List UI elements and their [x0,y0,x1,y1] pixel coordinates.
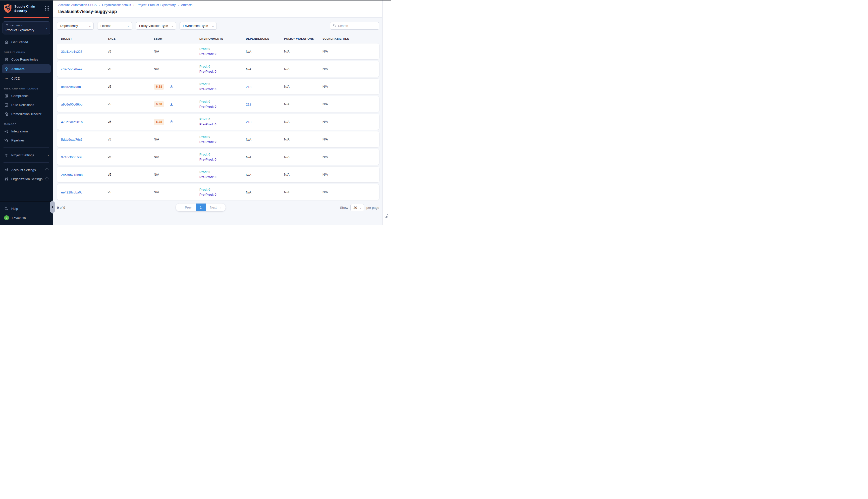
sidebar-item-remediation-tracker[interactable]: Remediation Tracker [0,109,53,118]
dependencies-cell[interactable]: N/A [246,138,251,142]
preprod-env-link[interactable]: Pre-Prod: 0 [199,51,246,57]
preprod-env-link[interactable]: Pre-Prod: 0 [199,87,246,92]
sidebar-item-get-started[interactable]: Get Started [0,37,53,47]
app-switcher-icon[interactable] [45,6,49,11]
download-sbom-icon[interactable] [170,120,174,124]
digest-link[interactable]: 2c5365718e88 [61,173,83,177]
prod-env-link[interactable]: Prod: 0 [199,99,246,104]
breadcrumb-artifacts[interactable]: Artifacts [181,3,193,7]
sidebar-item-rule-definitions[interactable]: Rule Definitions [0,100,53,109]
dependencies-cell[interactable]: 218 [246,102,251,106]
filter-dependency[interactable]: Dependency ⌄ [57,22,94,30]
filter-environment-type[interactable]: Environment Type ⌄ [179,22,217,30]
integrations-nodes-icon [4,129,9,133]
info-circle-icon[interactable] [45,177,49,181]
digest-link[interactable]: 479e2acd981b [61,120,83,124]
digest-link[interactable]: dcdd29b7fafb [61,85,81,89]
download-sbom-icon[interactable] [170,85,174,89]
sbom-value: N/A [154,155,159,159]
tag-cell: v5 [108,173,154,177]
table-row[interactable]: 479e2acd981b v5 6.38 [57,114,379,130]
table-row[interactable]: 9710cf6667c9 v5 N/A [57,149,379,165]
home-icon [4,40,9,44]
sidebar-item-compliance[interactable]: Compliance [0,91,53,100]
policy-violations-cell: N/A [284,67,322,71]
sidebar-item-project-settings[interactable]: Project Settings › [0,150,53,160]
prod-env-link[interactable]: Prod: 0 [199,82,246,87]
preprod-env-link[interactable]: Pre-Prod: 0 [199,104,246,109]
digest-link[interactable]: 9710cf6667c9 [61,155,82,159]
table-row[interactable]: dcdd29b7fafb v5 6.38 [57,78,379,95]
sidebar-item-pipelines[interactable]: Pipelines [0,136,53,145]
preprod-env-link[interactable]: Pre-Prod: 0 [199,192,246,197]
sidebar-collapse-handle[interactable] [50,200,55,214]
sbom-divider [167,83,167,90]
prod-env-link[interactable]: Prod: 0 [199,170,246,175]
page-size-select[interactable]: 20 ⌄ [350,204,364,211]
sidebar: Supply Chain Security PROJECT Product Ex… [0,0,53,224]
prod-env-link[interactable]: Prod: 0 [199,47,246,51]
table-row[interactable]: a9c6e00c66bb v5 6.38 [57,96,379,112]
digest-link[interactable]: ee4218cdba0c [61,191,82,194]
digest-link[interactable]: c69c5b6a8ae2 [61,67,82,71]
sidebar-item-account-settings[interactable]: Account Settings [0,165,53,174]
breadcrumb-project[interactable]: Project: Product Exploratory [137,3,176,7]
pagination-row: 9 of 9 ← Prev 1 Next → Show [57,204,379,211]
preprod-env-link[interactable]: Pre-Prod: 0 [199,175,246,180]
policy-violations-cell: N/A [284,120,322,124]
dependencies-cell[interactable]: N/A [246,173,251,177]
breadcrumb-account[interactable]: Account: Automation-SSCA [58,3,97,7]
prod-env-link[interactable]: Prod: 0 [199,134,246,139]
sbom-cell: N/A [154,67,199,71]
sidebar-item-integrations[interactable]: Integrations [0,126,53,136]
preprod-env-link[interactable]: Pre-Prod: 0 [199,157,246,162]
dependencies-cell[interactable]: 218 [246,120,251,124]
tag-cell: v5 [108,155,154,159]
filter-license[interactable]: License ⌄ [97,22,132,30]
dependencies-cell[interactable]: N/A [246,191,251,194]
sidebar-item-help[interactable]: Help [0,204,53,213]
app-root: Supply Chain Security PROJECT Product Ex… [0,0,391,224]
search-input[interactable] [338,24,376,28]
digest-link[interactable]: 33d114e1c225 [61,50,82,53]
prod-env-link[interactable]: Prod: 0 [199,152,246,157]
sidebar-item-code-repositories[interactable]: Code Repositories [0,55,53,64]
info-circle-icon[interactable] [45,168,49,172]
dependencies-cell[interactable]: N/A [246,50,251,53]
dependencies-cell[interactable]: N/A [246,155,251,159]
preprod-env-link[interactable]: Pre-Prod: 0 [199,139,246,145]
sidebar-item-user[interactable]: L Lavakush [0,213,53,223]
preprod-env-link[interactable]: Pre-Prod: 0 [199,69,246,74]
dependencies-cell[interactable]: N/A [246,67,251,71]
brand-block[interactable]: Supply Chain Security [0,0,53,16]
dependencies-cell[interactable]: 218 [246,85,251,89]
chat-support-icon[interactable] [384,214,389,220]
table-row[interactable]: 33d114e1c225 v5 N/A [57,44,379,59]
column-header-environments: ENVIRONMENTS [199,37,246,40]
sidebar-item-artifacts[interactable]: Artifacts [2,64,51,73]
table-row[interactable]: 5dab9caa79c5 v5 N/A [57,131,379,147]
prev-page-button[interactable]: ← Prev [176,204,196,211]
filter-policy-violation-type[interactable]: Policy Violation Type ⌄ [136,22,176,30]
prod-env-link[interactable]: Prod: 0 [199,117,246,122]
breadcrumb-separator: › [178,3,179,7]
project-selector[interactable]: PROJECT Product Exploratory › [2,21,50,34]
prod-env-link[interactable]: Prod: 0 [199,187,246,192]
sidebar-item-organization-settings[interactable]: Organization Settings [0,174,53,183]
table-row[interactable]: ee4218cdba0c v5 N/A [57,184,379,200]
table-row[interactable]: c69c5b6a8ae2 v5 N/A [57,61,379,77]
digest-link[interactable]: 5dab9caa79c5 [61,138,82,142]
sbom-cell: N/A [154,173,199,177]
page-number-button[interactable]: 1 [196,204,206,211]
per-page-label: per page [367,206,379,209]
policy-violations-cell: N/A [284,102,322,106]
prod-env-link[interactable]: Prod: 0 [199,64,246,69]
digest-link[interactable]: a9c6e00c66bb [61,102,82,106]
next-page-button[interactable]: Next → [206,204,226,211]
breadcrumb-organization[interactable]: Organization: default [102,3,131,7]
preprod-env-link[interactable]: Pre-Prod: 0 [199,122,246,127]
sidebar-item-cicd[interactable]: ∞ CI/CD [0,74,53,83]
download-sbom-icon[interactable] [170,102,174,106]
page-header: Account: Automation-SSCA › Organization:… [53,0,382,17]
table-row[interactable]: 2c5365718e88 v5 N/A [57,167,379,182]
